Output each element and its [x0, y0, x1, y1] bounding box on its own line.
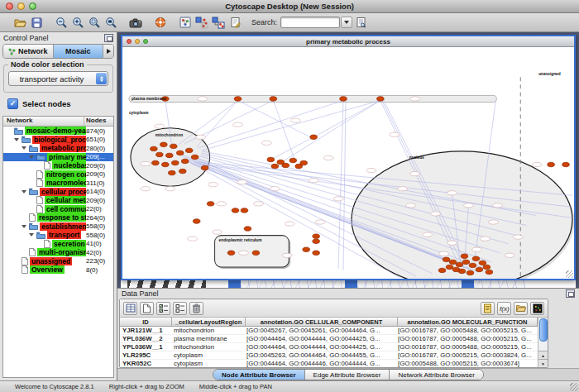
tree-row[interactable]: mosaic-demo-yeast874(0) — [3, 127, 113, 136]
network-node[interactable] — [462, 260, 470, 264]
tree-expand-arrow[interactable] — [21, 225, 27, 228]
tree-row[interactable]: unassigned223(0) — [3, 257, 113, 266]
tree-row[interactable]: response to stimulu264(0) — [3, 213, 113, 222]
tree-expand-arrow[interactable] — [13, 138, 20, 141]
tab-network[interactable]: Network — [3, 45, 54, 58]
network-node[interactable] — [340, 97, 347, 101]
network-node[interactable] — [443, 257, 450, 261]
tab-mosaic[interactable]: Mosaic — [54, 45, 104, 58]
tree-row[interactable]: macromolecule311(0) — [3, 179, 113, 188]
tree-expand-arrow[interactable] — [21, 190, 27, 194]
network-node[interactable] — [166, 153, 174, 157]
table-row[interactable]: YJR121W__1mitochondrion[GO:0045267, GO:0… — [120, 327, 538, 335]
network-node[interactable] — [232, 208, 239, 213]
network-node[interactable] — [449, 260, 457, 264]
network-node[interactable] — [377, 97, 385, 101]
search-dropdown-button[interactable] — [341, 17, 352, 28]
tab-network-attribute-browser[interactable]: Network Attribute Browser — [390, 370, 482, 380]
network-node[interactable] — [171, 160, 179, 165]
scroll-down-button[interactable]: ▼ — [538, 359, 548, 367]
network-node[interactable] — [438, 268, 446, 272]
network-node[interactable] — [170, 144, 177, 148]
network-node[interactable] — [483, 265, 490, 269]
minimize-button[interactable] — [17, 2, 25, 10]
layout-network-button[interactable] — [194, 15, 210, 30]
float-panel-icon[interactable] — [566, 289, 575, 298]
tab-edge-attribute-browser[interactable]: Edge Attribute Browser — [305, 370, 390, 380]
delete-attribute-button[interactable] — [189, 302, 203, 315]
tree-row[interactable]: cellular metabo209(0) — [3, 196, 113, 205]
column-header-region[interactable]: _cellularLayoutRegion — [172, 318, 246, 326]
network-node[interactable] — [168, 170, 175, 174]
open-session-button[interactable] — [12, 15, 28, 30]
network-node[interactable] — [446, 265, 453, 269]
search-input[interactable] — [280, 17, 340, 28]
tree-row[interactable]: cell communicat22(0) — [3, 205, 113, 214]
zoom-fit-button[interactable] — [103, 15, 119, 30]
matrix-button[interactable] — [530, 302, 544, 315]
label-button[interactable] — [481, 302, 495, 315]
node-color-dropdown[interactable]: transporter activity — [8, 71, 108, 86]
tree-row[interactable]: nucleobase-209(0) — [3, 161, 113, 170]
window-resize-grip[interactable] — [570, 383, 578, 391]
tree-row[interactable]: transport558(0) — [3, 231, 113, 240]
network-node[interactable] — [207, 202, 214, 206]
network-node[interactable] — [201, 165, 208, 170]
tree-row[interactable]: nitrogen compo209(0) — [3, 170, 113, 179]
column-header-cellular-component[interactable]: annotation.GO CELLULAR_COMPONENT — [246, 318, 398, 326]
network-node[interactable] — [479, 261, 486, 265]
attribute-table-button[interactable] — [123, 302, 137, 315]
table-row[interactable]: YPL036W__1mitochondrion[GO:0044464, GO:0… — [120, 343, 538, 351]
network-node[interactable] — [162, 162, 170, 166]
save-session-button[interactable] — [28, 15, 45, 30]
network-node[interactable] — [181, 159, 189, 163]
select-nodes-checkbox[interactable]: ✓ — [7, 98, 18, 109]
network-node[interactable] — [193, 219, 200, 223]
network-node[interactable] — [191, 155, 199, 159]
network-node[interactable] — [267, 157, 275, 161]
network-node[interactable] — [152, 160, 160, 165]
network-node[interactable] — [176, 151, 184, 155]
unselect-attributes-button[interactable] — [173, 302, 187, 315]
tree-column-nodes[interactable]: Nodes — [84, 117, 113, 126]
network-node[interactable] — [290, 158, 297, 162]
table-row[interactable]: YPL036W__2plasma membrane[GO:0044464, GO… — [120, 335, 538, 343]
network-canvas[interactable]: plasma membrane cytoplasm mitochondrion … — [122, 47, 574, 279]
network-node[interactable] — [472, 256, 480, 261]
annotation-button[interactable] — [227, 15, 243, 30]
tree-row[interactable]: Overview8(0) — [3, 265, 113, 275]
network-node[interactable] — [179, 169, 186, 173]
network-node[interactable] — [185, 148, 193, 152]
zoom-button[interactable] — [143, 39, 148, 44]
tree-row[interactable]: establishment of lo558(0) — [3, 222, 113, 232]
create-attribute-button[interactable] — [140, 302, 154, 315]
network-node[interactable] — [234, 97, 242, 101]
network-node[interactable] — [227, 251, 235, 255]
layout-region-button[interactable] — [210, 15, 227, 30]
zoom-selected-button[interactable] — [86, 15, 103, 30]
network-node[interactable] — [313, 251, 320, 255]
network-node[interactable] — [548, 162, 555, 166]
close-button[interactable] — [127, 39, 132, 44]
minimize-button[interactable] — [135, 39, 140, 44]
network-node[interactable] — [156, 152, 164, 156]
network-node[interactable] — [486, 270, 493, 274]
network-node[interactable] — [310, 135, 318, 139]
network-node[interactable] — [151, 146, 158, 151]
tree-expand-arrow[interactable] — [21, 146, 27, 150]
tab-node-attribute-browser[interactable]: Node Attribute Browser — [213, 370, 305, 380]
network-node[interactable] — [461, 254, 468, 258]
network-node[interactable] — [241, 208, 248, 213]
tree-column-network[interactable]: Network — [3, 117, 84, 126]
import-attributes-button[interactable] — [514, 302, 528, 315]
help-button[interactable] — [152, 15, 169, 30]
table-row[interactable]: YKR052Ccytoplasm[GO:0044464, GO:0044446,… — [120, 360, 538, 367]
network-view-titlebar[interactable]: primary metabolic process — [122, 36, 574, 47]
tree-expand-arrow[interactable] — [28, 233, 35, 237]
tree-row[interactable]: primary metabolic209(... — [3, 153, 113, 162]
network-node[interactable] — [476, 267, 483, 271]
window-resize-grip[interactable] — [566, 270, 573, 278]
network-node[interactable] — [282, 163, 290, 167]
network-node[interactable] — [160, 142, 168, 146]
network-node[interactable] — [452, 267, 460, 271]
